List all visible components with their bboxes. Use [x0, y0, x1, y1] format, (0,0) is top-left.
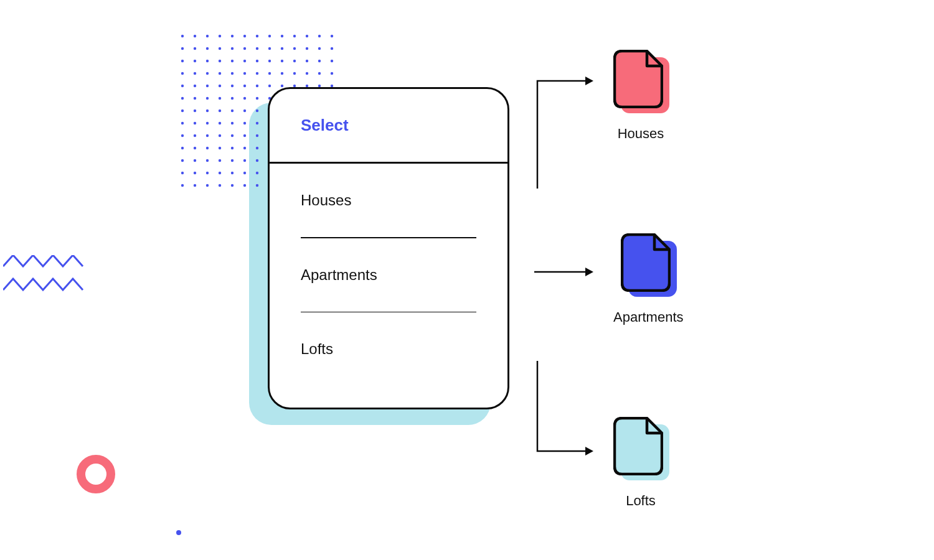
- arrow-to-lofts: [534, 358, 597, 464]
- document-icon-houses: [613, 50, 668, 113]
- svg-marker-3: [585, 77, 593, 85]
- svg-marker-6: [585, 447, 593, 455]
- target-label: Apartments: [613, 309, 684, 325]
- option-label: Houses: [301, 192, 351, 209]
- option-label: Lofts: [301, 340, 333, 358]
- select-options-list: Houses Apartments Lofts: [270, 164, 507, 386]
- select-option-lofts[interactable]: Lofts: [301, 312, 476, 386]
- dot-decoration: [176, 530, 181, 535]
- svg-marker-5: [585, 268, 593, 276]
- zigzag-decoration: [3, 255, 90, 302]
- target-houses: Houses: [613, 50, 668, 142]
- document-icon: [613, 50, 663, 108]
- target-apartments: Apartments: [613, 233, 684, 325]
- target-label: Lofts: [626, 493, 656, 509]
- target-label: Houses: [618, 126, 664, 142]
- svg-point-2: [81, 459, 111, 489]
- option-label: Apartments: [301, 266, 377, 284]
- arrow-to-apartments: [534, 266, 597, 278]
- select-header: Select: [270, 89, 507, 164]
- target-lofts: Lofts: [613, 417, 668, 509]
- document-icon-apartments: [621, 233, 676, 297]
- select-dropdown: Select Houses Apartments Lofts: [268, 87, 509, 409]
- document-icon: [621, 233, 671, 292]
- circle-decoration: [75, 453, 117, 495]
- document-icon-lofts: [613, 417, 668, 480]
- select-header-label: Select: [301, 116, 349, 135]
- arrow-to-houses: [534, 72, 597, 196]
- select-option-apartments[interactable]: Apartments: [301, 238, 476, 312]
- select-box: Select Houses Apartments Lofts: [268, 87, 509, 409]
- document-icon: [613, 417, 663, 475]
- select-option-houses[interactable]: Houses: [301, 164, 476, 237]
